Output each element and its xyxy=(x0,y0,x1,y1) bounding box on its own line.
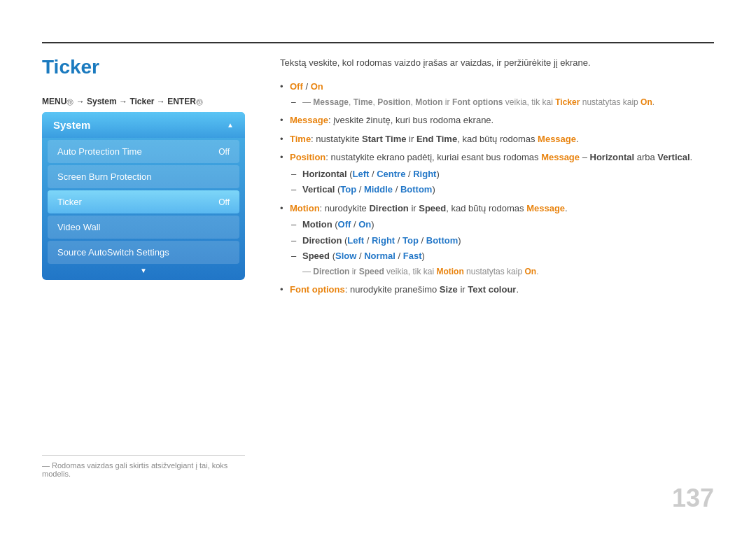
bullet-font-options: Font options: nurodykite pranešimo Size … xyxy=(280,283,714,297)
content-area: Tekstą veskite, kol rodomas vaizdo įraša… xyxy=(280,56,714,301)
on-label: On xyxy=(311,81,323,92)
footnote: ― Rodomas vaizdas gali skirtis atsižvelg… xyxy=(42,455,245,478)
menu-item-value: Off xyxy=(218,197,230,207)
menu-item-label: Source AutoSwitch Settings xyxy=(57,247,169,258)
menu-item-video-wall[interactable]: Video Wall xyxy=(48,216,239,239)
sub-horizontal: Horizontal (Left / Centre / Right) xyxy=(290,167,714,181)
menu-item-value: Off xyxy=(218,147,230,157)
menu-item-source-autoswitch[interactable]: Source AutoSwitch Settings xyxy=(48,241,239,264)
menu-item-ticker[interactable]: Ticker Off xyxy=(48,190,239,213)
sub-message-note: ― Message, Time, Position, Motion ir Fon… xyxy=(290,96,714,108)
page-number: 137 xyxy=(672,484,714,513)
page-title: Ticker xyxy=(42,56,99,78)
bullet-message: Message: įveskite žinutę, kuri bus rodom… xyxy=(280,113,714,127)
panel-arrow-up-icon: ▲ xyxy=(227,121,234,129)
menu-item-label: Video Wall xyxy=(57,222,100,232)
sub-speed: Speed (Slow / Normal / Fast) xyxy=(290,249,714,263)
menu-item-label: Auto Protection Time xyxy=(57,146,142,157)
system-panel-title: System xyxy=(53,119,90,131)
intro-text: Tekstą veskite, kol rodomas vaizdo įraša… xyxy=(280,56,714,70)
system-panel-header: System ▲ xyxy=(42,112,245,138)
bullet-off-on: Off / On ― Message, Time, Position, Moti… xyxy=(280,80,714,109)
bullet-motion: Motion: nurodykite Direction ir Speed, k… xyxy=(280,202,714,278)
bullet-position: Position: nustatykite ekrano padėtį, kur… xyxy=(280,150,714,197)
sub-vertical: Vertical (Top / Middle / Bottom) xyxy=(290,183,714,197)
bullet-list: Off / On ― Message, Time, Position, Moti… xyxy=(280,80,714,297)
system-panel: System ▲ Auto Protection Time Off Screen… xyxy=(42,112,245,280)
sub-motion-offon: Motion (Off / On) xyxy=(290,218,714,232)
panel-arrow-down-icon: ▼ xyxy=(42,267,245,274)
menu-item-screen-burn[interactable]: Screen Burn Protection xyxy=(48,165,239,188)
menu-path: MENU㊞ → System → Ticker → ENTER㊞ xyxy=(42,97,203,107)
menu-item-label: Ticker xyxy=(57,197,82,207)
menu-item-auto-protection[interactable]: Auto Protection Time Off xyxy=(48,140,239,163)
off-label: Off xyxy=(290,81,303,92)
bullet-time: Time: nustatykite Start Time ir End Time… xyxy=(280,132,714,146)
sub-direction: Direction (Left / Right / Top / Bottom) xyxy=(290,234,714,248)
motion-note: ― Direction ir Speed veikia, tik kai Mot… xyxy=(290,265,714,278)
footnote-text: ― Rodomas vaizdas gali skirtis atsižvelg… xyxy=(42,461,227,478)
menu-item-label: Screen Burn Protection xyxy=(57,171,151,182)
top-divider xyxy=(42,42,714,43)
